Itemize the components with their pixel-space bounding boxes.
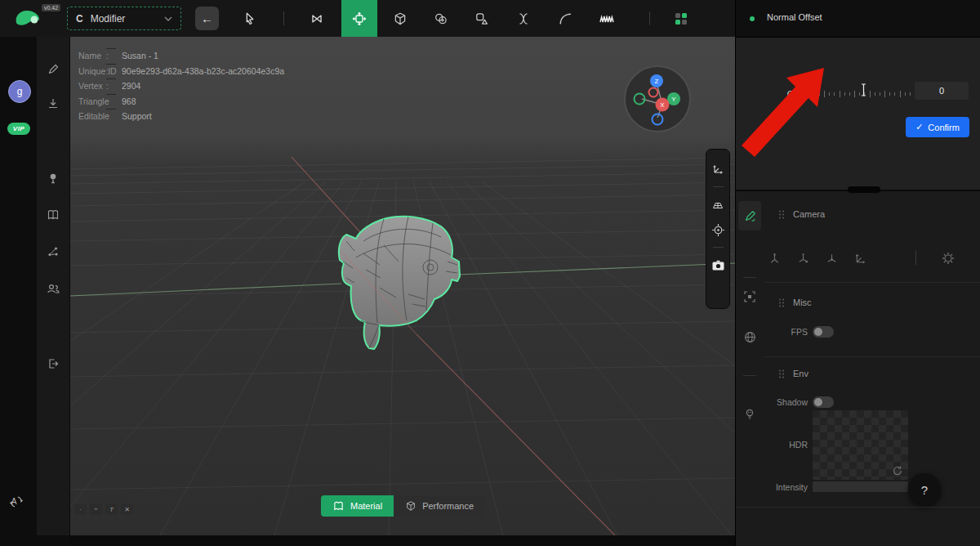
boolean-merge-tool[interactable] [423, 0, 459, 37]
corner-button-collapse[interactable]: ^ [90, 503, 102, 515]
section-misc: Misc [778, 298, 812, 307]
divider [713, 247, 724, 248]
refresh-icon[interactable] [892, 465, 903, 477]
focus-target-icon[interactable] [708, 220, 728, 239]
cube-tool[interactable] [382, 0, 418, 37]
viewport-canvas[interactable]: Name:Susan - 1 Unique ID:90e9e293-d62a-4… [70, 37, 735, 535]
corner-button-close[interactable]: ✕ [121, 503, 133, 515]
camera-axis-c-icon[interactable] [822, 248, 841, 268]
library-book-icon[interactable] [42, 204, 64, 226]
drag-handle-icon[interactable] [778, 369, 785, 378]
community-icon[interactable] [42, 278, 64, 299]
vip-badge[interactable]: VIP [7, 123, 30, 135]
gizmo-y[interactable]: Y [667, 92, 680, 105]
tab-material[interactable]: Material [321, 495, 394, 517]
divider [713, 186, 724, 187]
section-divider [764, 356, 980, 357]
modifier-panel-header: Normal Offset [736, 0, 980, 38]
pen-icon[interactable] [42, 59, 64, 80]
app-logo[interactable] [13, 6, 44, 30]
shadow-toggle[interactable] [813, 396, 834, 408]
tab-performance[interactable]: Performance [394, 495, 485, 517]
node-graph-icon[interactable] [42, 241, 64, 262]
corner-button-cursor[interactable]: T [105, 503, 118, 515]
settings-rail [736, 191, 764, 546]
curve-twist-tool[interactable] [506, 0, 541, 37]
globe-icon[interactable] [742, 329, 758, 345]
camera-axis-d-icon[interactable] [850, 248, 870, 268]
logout-icon[interactable] [42, 353, 64, 374]
svg-text:X: X [660, 101, 665, 109]
info-row: Vertex:2904 [78, 78, 284, 94]
modifier-icon: C [76, 13, 83, 25]
lattice-deform-tool[interactable] [299, 0, 335, 37]
gizmo-z[interactable]: Z [650, 74, 663, 87]
avatar[interactable]: g [8, 80, 31, 103]
model-susan-mesh[interactable] [265, 172, 470, 360]
section-camera: Camera [778, 209, 825, 219]
camera-axis-b-icon[interactable] [793, 248, 813, 268]
viewport-bottom-bar [69, 535, 735, 546]
top-toolbar: v0.42 C Modifier ← [0, 0, 735, 38]
inner-tool-rail [37, 37, 70, 535]
shadow-label: Shadow [764, 397, 808, 407]
material-icon [332, 501, 345, 512]
info-row: Unique ID:90e9e293-d62a-438a-b23c-ac2060… [78, 64, 284, 79]
noise-wave-tool[interactable] [589, 0, 625, 37]
panel-drag-handle[interactable] [848, 186, 880, 193]
translate-icon[interactable]: A [6, 491, 27, 512]
screenshot-camera-icon[interactable] [708, 255, 728, 275]
text-cursor-icon [860, 83, 866, 96]
axis-ruler-icon[interactable] [708, 159, 728, 179]
drag-handle-icon[interactable] [778, 298, 785, 307]
bulb-icon[interactable] [742, 406, 758, 423]
section-divider [764, 282, 980, 283]
version-badge: v0.42 [42, 4, 60, 11]
edit-pen-active-icon[interactable] [738, 201, 761, 230]
divider [915, 250, 916, 265]
section-divider [736, 507, 980, 508]
fps-toggle[interactable] [813, 326, 834, 338]
check-icon: ✓ [915, 122, 923, 132]
svg-text:Y: Y [671, 96, 676, 103]
settings-panel: Camera Misc FPS [736, 190, 980, 546]
drag-handle-icon[interactable] [778, 210, 785, 219]
orientation-gizmo[interactable]: Z Y X [623, 65, 692, 133]
app-window: v0.42 C Modifier ← [0, 0, 980, 546]
hdr-thumbnail[interactable] [813, 410, 908, 480]
info-row: Name:Susan - 1 [78, 48, 284, 64]
info-row: Triangle:968 [78, 94, 284, 110]
viewport-tabs: Material Performance [321, 495, 485, 517]
intensity-slider[interactable] [813, 481, 908, 492]
section-env: Env [778, 369, 808, 378]
gizmo-x[interactable]: X [656, 98, 670, 112]
apps-grid-button[interactable] [663, 0, 699, 37]
corner-button-dot[interactable]: · [74, 503, 87, 515]
camera-gear-icon[interactable] [938, 248, 958, 268]
divider [743, 375, 756, 376]
convert-shape-tool[interactable] [464, 0, 500, 37]
object-info-panel: Name:Susan - 1 Unique ID:90e9e293-d62a-4… [78, 48, 284, 124]
pin-icon[interactable] [42, 168, 64, 189]
modifier-dropdown[interactable]: C Modifier [67, 7, 181, 30]
right-panel: Normal Offset Offset 0 ✓ Confirm [735, 0, 980, 546]
confirm-button[interactable]: ✓ Confirm [906, 117, 969, 137]
offset-value-input[interactable]: 0 [915, 82, 969, 100]
panel-title: Normal Offset [767, 12, 822, 22]
camera-axis-a-icon[interactable] [764, 248, 784, 268]
select-pointer-tool[interactable] [231, 0, 267, 37]
bevel-arc-tool[interactable] [547, 0, 583, 37]
normal-offset-tool-active[interactable] [341, 0, 377, 37]
offset-label: Offset [768, 85, 811, 103]
info-row: Editable:Support [78, 109, 284, 124]
help-button[interactable]: ? [908, 473, 941, 506]
fps-label: FPS [764, 327, 808, 337]
download-icon[interactable] [42, 93, 64, 114]
divider [743, 277, 756, 278]
performance-cube-icon [405, 500, 416, 512]
toolbar-divider [283, 11, 284, 25]
perspective-grid-icon[interactable] [708, 195, 728, 214]
frame-select-icon[interactable] [742, 289, 758, 305]
back-button[interactable]: ← [195, 7, 219, 30]
intensity-label: Intensity [764, 482, 808, 492]
